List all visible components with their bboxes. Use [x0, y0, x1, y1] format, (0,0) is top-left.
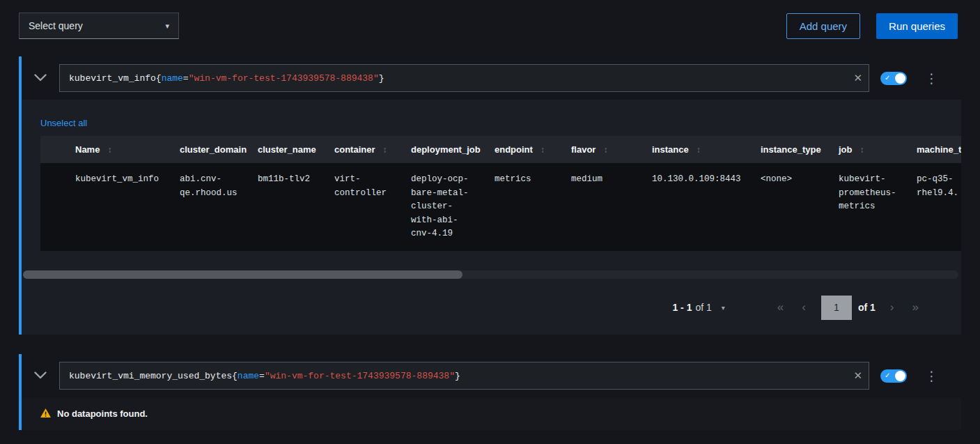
query-expression-input-2[interactable]: kubevirt_vmi_memory_used_bytes{name="win… [59, 362, 869, 390]
cell-endpoint: metrics [483, 163, 560, 251]
per-page-menu-toggle[interactable]: 1 - 1 of 1 ▾ [672, 302, 724, 313]
column-label: job [839, 144, 853, 155]
column-header-cluster-domain[interactable]: cluster_domain↕ [169, 136, 247, 163]
column-header-instance-type[interactable]: instance_type↕ [749, 136, 827, 163]
sort-icon: ↕ [697, 145, 701, 155]
pager-controls: « ‹ 1 of 1 › » [768, 296, 928, 320]
column-label: flavor [571, 144, 596, 155]
pagination-range: 1 - 1 [672, 302, 692, 313]
equals-sign: = [259, 371, 265, 381]
add-query-button[interactable]: Add query [786, 13, 860, 39]
check-icon: ✓ [885, 372, 890, 379]
cell-container: virt-controller [323, 163, 400, 251]
select-column-header [40, 136, 64, 163]
last-page-button[interactable]: » [903, 300, 928, 314]
run-queries-button[interactable]: Run queries [876, 13, 958, 39]
cell-name: kubevirt_vm_info [64, 163, 169, 251]
warning-triangle-icon [40, 408, 51, 420]
clear-query-icon[interactable]: ✕ [853, 72, 862, 84]
query-card-1: kubevirt_vm_info{name="win-vm-for-test-1… [19, 56, 961, 335]
column-label: container [334, 144, 375, 155]
first-page-button[interactable]: « [768, 300, 793, 314]
query-expression-input-1[interactable]: kubevirt_vm_info{name="win-vm-for-test-1… [59, 64, 869, 92]
column-header-cluster-name[interactable]: cluster_name↕ [247, 136, 323, 163]
query-results-panel: Unselect all Name↕ cluster_domain↕ [22, 100, 961, 335]
cell-instance: 10.130.0.109:8443 [641, 163, 749, 251]
query-row-1: kubevirt_vm_info{name="win-vm-for-test-1… [22, 56, 961, 100]
sort-icon: ↕ [540, 145, 545, 155]
series-select-cell [40, 163, 64, 251]
chevron-down-icon [34, 73, 47, 84]
column-header-machine-type[interactable]: machine_type↕ [905, 136, 961, 163]
sort-icon: ↕ [383, 145, 387, 155]
column-header-job[interactable]: job↕ [827, 136, 905, 163]
close-brace: } [379, 73, 384, 84]
current-page-input[interactable]: 1 [821, 296, 852, 320]
query-enabled-toggle[interactable]: ✓ [880, 72, 907, 85]
column-label: deployment_job [411, 144, 481, 155]
label-value: "win-vm-for-test-1743939578-889438" [265, 371, 455, 381]
toggle-knob [895, 73, 905, 84]
caret-down-icon: ▾ [165, 22, 169, 31]
kebab-menu-icon[interactable]: ⋮ [923, 369, 940, 383]
column-header-deployment-job[interactable]: deployment_job↕ [400, 136, 483, 163]
results-table-container: Name↕ cluster_domain↕ cluster_name↕ cont… [40, 136, 961, 251]
table-header-row: Name↕ cluster_domain↕ cluster_name↕ cont… [40, 136, 961, 163]
chevron-down-icon [34, 371, 47, 381]
horizontal-scrollbar[interactable] [23, 270, 958, 279]
no-datapoints-message: No datapoints found. [22, 397, 961, 430]
sort-icon: ↕ [860, 145, 864, 155]
cell-cluster-domain: abi.cnv-qe.rhood.us [169, 163, 247, 251]
check-icon: ✓ [885, 75, 890, 82]
column-header-endpoint[interactable]: endpoint↕ [483, 136, 560, 163]
column-label: Name [75, 144, 100, 155]
cell-flavor: medium [560, 163, 641, 251]
column-header-flavor[interactable]: flavor↕ [560, 136, 641, 163]
expand-query-button[interactable] [22, 370, 59, 382]
metric-name: kubevirt_vm_info [69, 73, 156, 84]
open-brace: { [232, 371, 238, 381]
metric-name: kubevirt_vmi_memory_used_bytes [69, 371, 232, 381]
cell-instance-type: <none> [749, 163, 827, 251]
next-page-button[interactable]: › [881, 300, 903, 314]
scrollbar-thumb[interactable] [23, 270, 462, 279]
label-name: name [238, 371, 259, 381]
column-label: endpoint [495, 144, 533, 155]
open-brace: { [156, 73, 162, 84]
column-header-container[interactable]: container↕ [323, 136, 400, 163]
table-row: kubevirt_vm_info abi.cnv-qe.rhood.us bm1… [40, 163, 961, 251]
column-label: machine_type [917, 144, 961, 155]
query-toolbar: Select query ▾ Add query Run queries [19, 13, 958, 39]
promql-expression: kubevirt_vmi_memory_used_bytes{name="win… [69, 371, 460, 381]
unselect-all-link[interactable]: Unselect all [40, 118, 87, 128]
clear-query-icon[interactable]: ✕ [853, 369, 862, 382]
toggle-knob [895, 371, 905, 381]
close-brace: } [455, 371, 460, 381]
label-name: name [162, 73, 183, 84]
select-query-label: Select query [29, 20, 83, 31]
message-text: No datapoints found. [57, 408, 148, 419]
column-header-name[interactable]: Name↕ [64, 136, 169, 163]
expand-query-button[interactable] [22, 72, 59, 84]
pagination: 1 - 1 of 1 ▾ « ‹ 1 of 1 › » [22, 296, 961, 320]
column-label: cluster_name [258, 144, 316, 155]
promql-expression: kubevirt_vm_info{name="win-vm-for-test-1… [69, 73, 384, 84]
query-enabled-toggle[interactable]: ✓ [880, 369, 907, 383]
sort-icon: ↕ [107, 145, 111, 155]
previous-page-button[interactable]: ‹ [793, 300, 815, 314]
cell-machine-type: pc-q35-rhel9.4. [905, 163, 961, 251]
select-query-dropdown[interactable]: Select query ▾ [19, 13, 179, 39]
column-header-instance[interactable]: instance↕ [641, 136, 749, 163]
caret-down-icon: ▾ [722, 304, 725, 312]
cell-deployment-job: deploy-ocp-bare-metal-cluster-with-abi-c… [400, 163, 483, 251]
query-card-2: kubevirt_vmi_memory_used_bytes{name="win… [19, 354, 961, 430]
results-table: Name↕ cluster_domain↕ cluster_name↕ cont… [40, 136, 961, 251]
equals-sign: = [183, 73, 189, 84]
column-label: cluster_domain [180, 144, 247, 155]
label-value: "win-vm-for-test-1743939578-889438" [189, 73, 379, 84]
column-label: instance [652, 144, 689, 155]
column-label: instance_type [761, 144, 821, 155]
query-row-2: kubevirt_vmi_memory_used_bytes{name="win… [22, 354, 961, 397]
cell-cluster-name: bm11b-tlv2 [247, 163, 323, 251]
kebab-menu-icon[interactable]: ⋮ [923, 72, 940, 85]
